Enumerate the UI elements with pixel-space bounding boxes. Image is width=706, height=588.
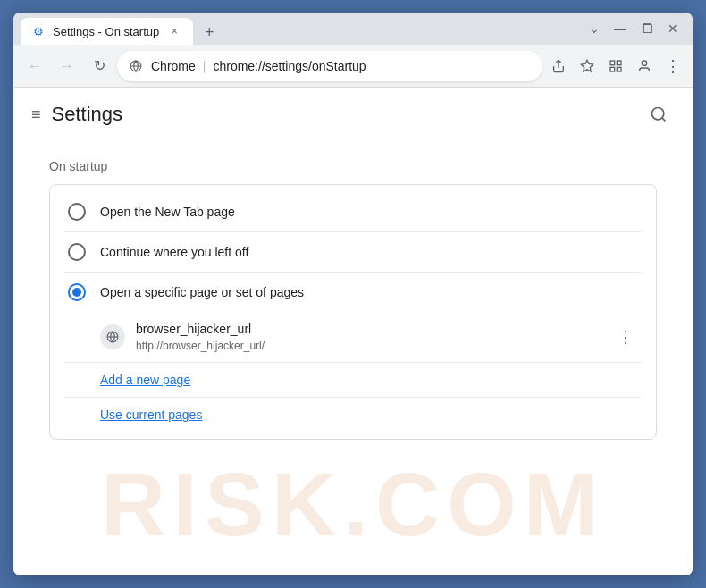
add-page-row: Add a new page <box>50 363 656 397</box>
options-card: Open the New Tab page Continue where you… <box>49 184 657 440</box>
bookmark-button[interactable] <box>575 54 600 79</box>
address-separator: | <box>203 59 206 73</box>
settings-page: ≡ Settings On startup <box>13 88 693 575</box>
url-href: http://browser_hijacker_url/ <box>136 339 602 354</box>
url-info: browser_hijacker_url http://browser_hija… <box>136 321 602 353</box>
back-button[interactable]: ← <box>21 52 49 80</box>
restore-button[interactable]: ⧠ <box>641 22 653 35</box>
tab-area: ⚙ Settings - On startup × + <box>21 13 589 45</box>
back-icon: ← <box>28 58 42 74</box>
svg-point-9 <box>652 108 664 120</box>
option-continue-label: Continue where you left off <box>100 245 248 259</box>
svg-marker-3 <box>581 60 593 71</box>
svg-rect-7 <box>610 67 615 71</box>
url-more-button[interactable]: ⋮ <box>613 324 638 349</box>
refresh-icon: ↻ <box>94 57 105 74</box>
tab-favicon: ⚙ <box>31 24 46 38</box>
option-continue[interactable]: Continue where you left off <box>50 232 656 272</box>
option-specific[interactable]: Open a specific page or set of pages <box>50 273 656 312</box>
option-specific-label: Open a specific page or set of pages <box>100 285 304 299</box>
settings-header: ≡ Settings <box>13 88 693 141</box>
toolbar-buttons: ⋮ <box>546 54 685 79</box>
address-input[interactable]: Chrome | chrome://settings/onStartup <box>117 51 542 81</box>
option-new-tab-label: Open the New Tab page <box>100 205 235 219</box>
radio-specific <box>68 283 86 301</box>
settings-search-button[interactable] <box>643 98 675 130</box>
forward-icon: → <box>60 58 74 74</box>
watermark-text: RISK.COM <box>101 453 605 556</box>
radio-new-tab <box>68 203 86 221</box>
use-current-row: Use current pages <box>50 398 656 432</box>
active-tab[interactable]: ⚙ Settings - On startup × <box>21 18 193 45</box>
chrome-label: Chrome <box>151 59 196 73</box>
settings-title: Settings <box>52 103 123 126</box>
address-bar: ← → ↻ Chrome | chrome://settings/onStart… <box>13 45 693 88</box>
content-area: ≡ Settings On startup <box>13 88 693 575</box>
address-globe-icon <box>128 58 144 74</box>
svg-rect-4 <box>610 61 615 65</box>
share-button[interactable] <box>546 54 571 79</box>
settings-content: On startup Open the New Tab page Continu… <box>13 141 693 575</box>
radio-inner-dot <box>72 288 81 297</box>
svg-rect-5 <box>617 61 621 65</box>
tab-title: Settings - On startup <box>53 25 159 38</box>
address-url: chrome://settings/onStartup <box>213 59 532 73</box>
forward-button[interactable]: → <box>53 52 81 80</box>
more-vert-icon: ⋮ <box>618 327 634 347</box>
tab-close-button[interactable]: × <box>166 23 182 39</box>
add-page-link[interactable]: Add a new page <box>100 373 190 387</box>
profile-button[interactable] <box>632 54 657 79</box>
title-bar: ⚙ Settings - On startup × + ⌄ — ⧠ ✕ <box>13 13 693 45</box>
radio-continue <box>68 243 86 261</box>
use-current-link[interactable]: Use current pages <box>100 407 202 422</box>
menu-icon: ⋮ <box>665 56 681 76</box>
svg-line-10 <box>662 118 666 122</box>
extensions-button[interactable] <box>603 54 628 79</box>
new-tab-button[interactable]: + <box>197 20 222 45</box>
url-item: browser_hijacker_url http://browser_hija… <box>50 312 656 362</box>
option-new-tab[interactable]: Open the New Tab page <box>50 192 656 231</box>
url-name: browser_hijacker_url <box>136 321 602 339</box>
section-title: On startup <box>49 159 657 173</box>
chevron-down-icon[interactable]: ⌄ <box>589 22 600 35</box>
minimize-button[interactable]: — <box>614 22 626 35</box>
svg-rect-6 <box>617 67 621 71</box>
svg-point-8 <box>642 61 646 65</box>
hamburger-icon[interactable]: ≡ <box>31 105 41 124</box>
browser-window: ⚙ Settings - On startup × + ⌄ — ⧠ ✕ ← → … <box>13 13 693 575</box>
url-globe-icon <box>100 324 125 349</box>
title-bar-controls: ⌄ — ⧠ ✕ <box>589 22 685 35</box>
close-button[interactable]: ✕ <box>668 22 678 35</box>
refresh-button[interactable]: ↻ <box>85 52 113 80</box>
chrome-menu-button[interactable]: ⋮ <box>660 54 685 79</box>
